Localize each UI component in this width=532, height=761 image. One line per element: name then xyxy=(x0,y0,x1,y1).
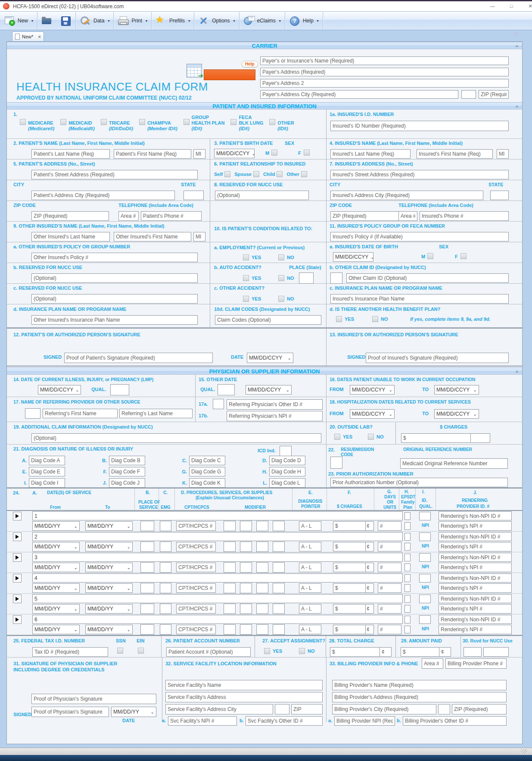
insured-street-input[interactable] xyxy=(330,170,509,179)
service-from-date-select[interactable]: MM/DD/YY xyxy=(32,604,80,614)
reserved-nucc-input[interactable] xyxy=(215,191,309,200)
modifier-input-1[interactable] xyxy=(224,521,236,531)
charges-cents-input[interactable] xyxy=(365,542,374,551)
insured-signature-input[interactable] xyxy=(366,353,509,363)
auto-accident-yes-checkbox[interactable] xyxy=(243,275,249,281)
supplemental-epsdt-input[interactable] xyxy=(404,616,411,623)
original-reference-input[interactable] xyxy=(400,458,508,469)
accept-assignment-yes-checkbox[interactable] xyxy=(264,648,270,654)
diagnosis-pointer-input[interactable] xyxy=(299,563,321,572)
service-from-date-select[interactable]: MM/DD/YY xyxy=(32,625,80,634)
supplemental-epsdt-input[interactable] xyxy=(404,512,411,520)
diagnosis-code-input[interactable] xyxy=(109,467,145,476)
insurance-type-checkbox[interactable] xyxy=(184,119,190,125)
service-line-expand-button[interactable] xyxy=(13,512,22,520)
modifier-input-1[interactable] xyxy=(224,583,236,593)
payer-address-input[interactable] xyxy=(260,68,509,76)
save-button[interactable] xyxy=(56,12,75,29)
supplemental-epsdt-input[interactable] xyxy=(404,574,411,582)
service-line-expand-button[interactable] xyxy=(13,595,22,603)
tab-new-claim[interactable]: New* × xyxy=(12,31,44,41)
supplemental-qual-input[interactable] xyxy=(419,595,431,603)
payer-address2-input[interactable] xyxy=(260,79,509,88)
insured-id-input[interactable] xyxy=(330,121,509,131)
relationship-checkbox[interactable] xyxy=(253,171,259,177)
patient-last-name-input[interactable] xyxy=(31,149,110,159)
epsdt-plan-input[interactable] xyxy=(404,626,411,633)
rsvd-nucc-input-2[interactable] xyxy=(483,647,509,657)
charges-cents-input[interactable] xyxy=(365,583,374,593)
modifier-input-3[interactable] xyxy=(256,583,268,593)
days-units-input[interactable] xyxy=(378,604,401,614)
emg-input[interactable] xyxy=(160,521,171,531)
place-of-service-input[interactable] xyxy=(140,583,154,593)
epsdt-plan-input[interactable] xyxy=(404,605,411,613)
insured-area-code-input[interactable] xyxy=(398,211,417,221)
supplemental-epsdt-input[interactable] xyxy=(404,595,411,603)
other-insured-mi-input[interactable] xyxy=(193,232,205,241)
other-claim-id-qualifier-input[interactable] xyxy=(330,272,342,284)
tab-close-icon[interactable]: × xyxy=(38,34,41,39)
supplemental-epsdt-input[interactable] xyxy=(404,533,411,541)
facility-zip-input[interactable] xyxy=(291,704,323,714)
patient-street-input[interactable] xyxy=(31,170,198,179)
rendering-non-npi-input[interactable] xyxy=(439,594,512,603)
service-line-number-input[interactable] xyxy=(32,553,403,562)
diagnosis-pointer-input[interactable] xyxy=(299,625,321,634)
patient-city-input[interactable] xyxy=(31,191,175,200)
open-button[interactable] xyxy=(37,12,56,29)
rendering-non-npi-input[interactable] xyxy=(439,553,512,562)
modifier-input-3[interactable] xyxy=(256,604,268,614)
charges-input[interactable] xyxy=(333,583,366,593)
insured-first-name-input[interactable] xyxy=(417,149,493,159)
patient-first-name-input[interactable] xyxy=(114,149,191,159)
other-date-qual-input[interactable] xyxy=(218,384,235,395)
patient-phone-input[interactable] xyxy=(141,211,202,221)
collapse-arrow-icon[interactable] xyxy=(515,105,519,107)
rendering-npi-input[interactable] xyxy=(439,563,512,572)
reserved-nucc-c-input[interactable] xyxy=(31,294,198,304)
epsdt-plan-input[interactable] xyxy=(404,584,411,592)
rendering-npi-input[interactable] xyxy=(439,542,512,551)
insured-zip-input[interactable] xyxy=(330,211,404,221)
modifier-input-4[interactable] xyxy=(273,624,285,635)
modifier-input-2[interactable] xyxy=(240,562,252,573)
billing-npi-input[interactable] xyxy=(334,716,395,726)
billing-other-id-input[interactable] xyxy=(403,716,507,726)
diagnosis-code-input[interactable] xyxy=(189,478,225,488)
supplemental-qual-input[interactable] xyxy=(419,512,431,520)
billing-name-input[interactable] xyxy=(332,680,507,690)
insured-last-name-input[interactable] xyxy=(330,149,411,159)
modifier-input-4[interactable] xyxy=(273,521,285,531)
diagnosis-pointer-input[interactable] xyxy=(299,521,321,531)
diagnosis-code-input[interactable] xyxy=(189,467,225,476)
billing-area-code-input[interactable] xyxy=(422,658,443,669)
modifier-input-1[interactable] xyxy=(224,624,236,635)
diagnosis-code-input[interactable] xyxy=(109,478,145,488)
diagnosis-pointer-input[interactable] xyxy=(299,542,321,551)
facility-city-input[interactable] xyxy=(165,704,273,714)
service-from-date-select[interactable]: MM/DD/YY xyxy=(32,563,80,572)
diagnosis-code-input[interactable] xyxy=(269,478,305,488)
data-button[interactable]: Data ▾ xyxy=(76,12,113,29)
cpt-hcpcs-input[interactable] xyxy=(176,583,216,593)
rendering-non-npi-input[interactable] xyxy=(439,615,512,624)
outside-lab-charges-input[interactable] xyxy=(401,433,471,443)
insured-city-input[interactable] xyxy=(330,191,483,200)
other-benefit-plan-no-checkbox[interactable] xyxy=(372,316,378,322)
modifier-input-2[interactable] xyxy=(240,542,252,552)
insured-sex-male-checkbox[interactable] xyxy=(427,253,433,259)
rsvd-nucc-input-1[interactable] xyxy=(464,647,482,657)
facility-npi-input[interactable] xyxy=(168,716,237,726)
service-to-date-select[interactable]: MM/DD/YY xyxy=(85,521,133,531)
additional-claim-info-input[interactable] xyxy=(31,433,321,443)
facility-address-input[interactable] xyxy=(165,692,323,702)
days-units-input[interactable] xyxy=(378,625,401,634)
referring-last-name-input[interactable] xyxy=(119,409,193,418)
relationship-checkbox[interactable] xyxy=(277,171,283,177)
rendering-non-npi-input[interactable] xyxy=(439,511,512,520)
other-insured-last-name-input[interactable] xyxy=(31,232,110,241)
collapse-arrow-icon[interactable] xyxy=(515,370,519,373)
days-units-input[interactable] xyxy=(378,583,401,593)
insured-plan-name-input[interactable] xyxy=(330,294,509,304)
